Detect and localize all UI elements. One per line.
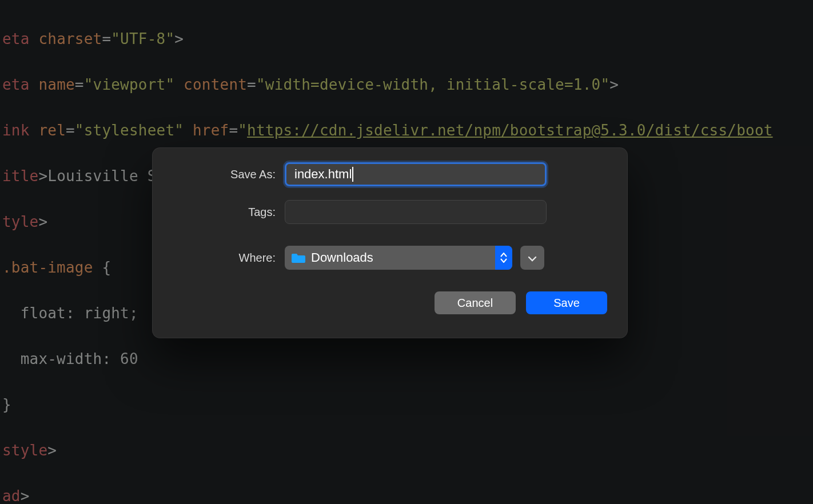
chevron-down-icon: [528, 251, 537, 265]
where-label: Where:: [152, 251, 276, 265]
saveas-label: Save As:: [152, 168, 276, 181]
cancel-button[interactable]: Cancel: [435, 291, 516, 314]
saveas-value: index.html: [294, 167, 352, 182]
folder-icon: [292, 253, 305, 263]
expand-button[interactable]: [520, 246, 544, 270]
updown-stepper-icon: [495, 246, 512, 270]
saveas-input[interactable]: index.html: [285, 162, 547, 186]
tags-label: Tags:: [152, 206, 276, 219]
where-value: Downloads: [311, 250, 373, 265]
text-cursor: [352, 167, 353, 182]
save-button[interactable]: Save: [526, 291, 607, 314]
tags-input[interactable]: [285, 200, 547, 224]
where-select[interactable]: Downloads: [285, 246, 512, 270]
save-dialog: Save As: index.html Tags: Where: Downloa…: [152, 147, 628, 338]
